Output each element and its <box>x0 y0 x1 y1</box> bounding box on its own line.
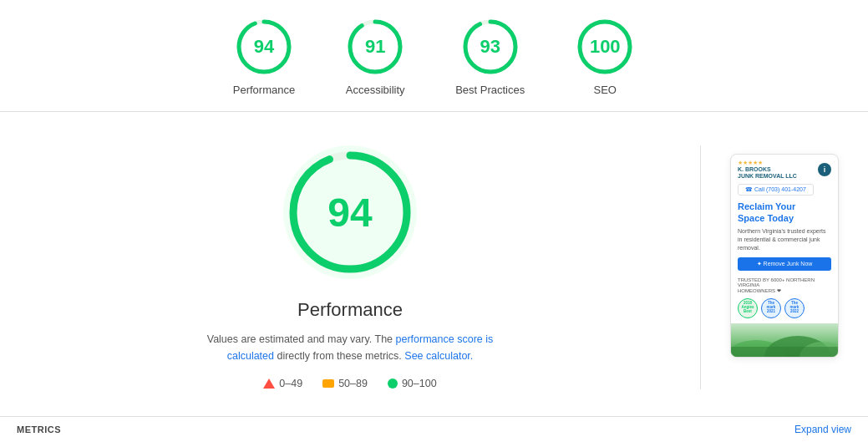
score-ring-accessibility: 91 <box>345 17 405 77</box>
score-item-accessibility[interactable]: 91 Accessibility <box>345 17 405 96</box>
left-panel: 94 Performance Values are estimated and … <box>0 129 700 406</box>
score-ring-best-practices: 93 <box>460 17 520 77</box>
badge-2022: Themark2022 <box>784 298 805 318</box>
ad-circle-btn[interactable]: i <box>818 163 831 176</box>
legend-item-red: 0–49 <box>263 378 302 389</box>
metrics-label: METRICS <box>17 424 61 434</box>
score-ring-performance: 94 <box>234 17 294 77</box>
legend-range-green: 90–100 <box>402 378 437 389</box>
description: Values are estimated and may vary. The p… <box>191 331 509 364</box>
big-score-value: 94 <box>327 190 372 236</box>
legend: 0–49 50–89 90–100 <box>263 378 436 389</box>
score-label-accessibility: Accessibility <box>346 84 405 96</box>
right-panel: ★★★★★ K. BROOKSJUNK REMOVAL LLC i ☎ Call… <box>701 129 868 406</box>
desc-part2: directly from these metrics. <box>274 350 404 362</box>
ad-subtext: Northern Virginia's trusted experts in r… <box>731 227 838 257</box>
ad-stars: ★★★★★ <box>738 160 797 166</box>
big-score-ring: 94 <box>283 145 417 279</box>
calc-link[interactable]: See calculator. <box>404 350 473 362</box>
ad-headline: Reclaim YourSpace Today <box>731 199 838 228</box>
square-orange-icon <box>322 379 334 388</box>
score-label-performance: Performance <box>233 84 295 96</box>
score-value-seo: 100 <box>590 36 621 58</box>
ad-badges: 2018AngiesBest Themark2021 Themark2022 <box>731 297 838 323</box>
expand-view-link[interactable]: Expand view <box>794 424 851 435</box>
ad-header: ★★★★★ K. BROOKSJUNK REMOVAL LLC i <box>731 155 838 184</box>
score-value-best-practices: 93 <box>480 36 500 58</box>
score-item-performance[interactable]: 94 Performance <box>233 17 295 96</box>
svg-rect-13 <box>731 347 838 357</box>
top-scores-bar: 94 Performance 91 Accessibility 93 Best … <box>0 0 868 112</box>
legend-item-orange: 50–89 <box>322 378 368 389</box>
main-content: 94 Performance Values are estimated and … <box>0 112 868 423</box>
score-ring-seo: 100 <box>575 17 635 77</box>
legend-item-green: 90–100 <box>388 378 437 389</box>
legend-range-orange: 50–89 <box>338 378 368 389</box>
score-label-seo: SEO <box>594 84 617 96</box>
score-label-best-practices: Best Practices <box>455 84 525 96</box>
ad-trust-text: TRUSTED BY 6000+ NORTHERN VIRGINIAHOMEOW… <box>731 276 838 297</box>
score-item-best-practices[interactable]: 93 Best Practices <box>455 17 525 96</box>
score-value-accessibility: 91 <box>365 36 385 58</box>
circle-green-icon <box>388 378 398 389</box>
badge-2018: 2018AngiesBest <box>738 298 758 318</box>
score-item-seo[interactable]: 100 SEO <box>575 17 635 96</box>
main-title: Performance <box>297 299 403 321</box>
triangle-icon <box>263 378 275 389</box>
ad-card: ★★★★★ K. BROOKSJUNK REMOVAL LLC i ☎ Call… <box>730 154 839 358</box>
legend-range-red: 0–49 <box>279 378 302 389</box>
ad-phone: ☎ Call (703) 401-4207 <box>738 184 814 196</box>
desc-part1: Values are estimated and may vary. The <box>207 333 396 345</box>
bottom-bar: METRICS Expand view <box>0 416 868 442</box>
ad-brand: K. BROOKSJUNK REMOVAL LLC <box>738 166 797 180</box>
ad-image <box>731 323 838 357</box>
score-value-performance: 94 <box>254 36 274 58</box>
ad-cta-button[interactable]: ✦ Remove Junk Now <box>738 257 831 271</box>
badge-2021: Themark2021 <box>761 298 781 318</box>
